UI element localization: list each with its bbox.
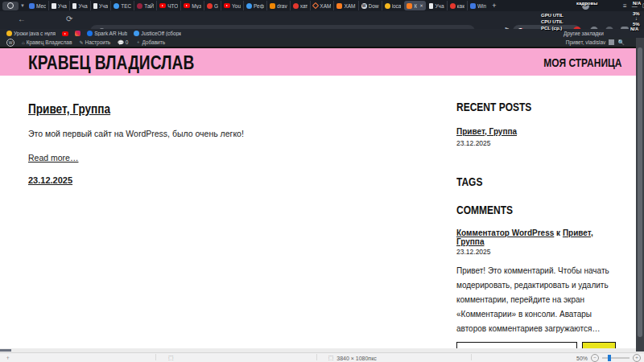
other-bookmarks-button[interactable]: Другие закладки	[564, 31, 604, 36]
comments-heading: COMMENTS	[456, 203, 581, 216]
admin-bar-greeting[interactable]: Привет, vladislav	[566, 39, 606, 45]
comment-author-link[interactable]: Комментатор WordPress	[456, 228, 554, 237]
browser-tab[interactable]: Уча	[90, 1, 111, 10]
browser-tab[interactable]: loca	[382, 1, 404, 10]
screen: ▼ МесУчаУчаУчаТЕСТаЙЧТОМузGYouРефdravхат…	[0, 0, 644, 362]
browser-logo-button[interactable]	[2, 2, 19, 10]
tab-label: Уча	[435, 3, 444, 9]
red-circle-favicon-icon	[293, 3, 299, 9]
bookmark-item[interactable]: Уроки java с нуля	[6, 31, 56, 36]
plus-icon: ＋	[135, 39, 140, 46]
browser-tab[interactable]: хат	[290, 1, 311, 10]
browser-tab[interactable]: Уча	[69, 1, 90, 10]
menu-icon[interactable]: ≡	[623, 2, 627, 10]
tab-strip-tabs: МесУчаУчаУчаТЕСТаЙЧТОМузGYouРефdravхатХА…	[27, 0, 489, 11]
bookmark-item[interactable]	[75, 31, 80, 36]
browser-tab[interactable]: ТаЙ	[134, 1, 156, 10]
bookmark-label: JusticeOff (сборк	[141, 31, 181, 36]
osd-fps-label: кадровы	[576, 1, 597, 6]
browser-tab[interactable]: You	[221, 1, 243, 10]
tab-label: Dow	[369, 3, 379, 9]
osd-fps-value: N/A	[633, 1, 641, 6]
orange-square-favicon-icon	[336, 3, 342, 9]
yellow-circle-favicon-icon	[385, 3, 390, 9]
browser-tab[interactable]: Мес	[27, 1, 48, 10]
tags-heading: TAGS	[456, 175, 581, 188]
tab-label: Муз	[192, 3, 201, 9]
search-icon[interactable]: 🔍	[617, 39, 625, 46]
meta-blue-favicon-icon	[87, 31, 93, 36]
admin-bar-comments[interactable]: 💬 0	[118, 39, 128, 45]
zoom-slider-thumb[interactable]	[608, 355, 611, 361]
blue-circle-favicon-icon	[246, 3, 252, 9]
doc-favicon-icon	[429, 3, 434, 9]
doc-favicon-icon	[93, 3, 98, 9]
tab-list-chevron-icon[interactable]: ▼	[20, 3, 25, 8]
browser-tab[interactable]: drav	[266, 1, 290, 10]
reload-button[interactable]: ⟳	[66, 14, 72, 23]
read-more-link[interactable]: Read more…	[28, 153, 407, 162]
sidebar: RECENT POSTS Привет, Группа 23.12.2025 T…	[456, 100, 613, 336]
browser-tab[interactable]: ТЕС	[110, 1, 134, 10]
tab-close-icon[interactable]: ✕	[419, 3, 423, 8]
back-button[interactable]: ←	[18, 14, 26, 23]
browser-tab[interactable]: Уча	[48, 1, 69, 10]
browser-tab[interactable]: Уча	[427, 1, 447, 10]
tab-strip: ▼ МесУчаУчаУчаТЕСТаЙЧТОМузGYouРефdravхат…	[0, 0, 644, 11]
browser-tab[interactable]: Win	[467, 1, 489, 10]
osd-arrow: ↓	[635, 16, 638, 21]
bookmark-item[interactable]	[62, 31, 68, 36]
browser-tab[interactable]: WDow	[358, 1, 382, 10]
browser-tab[interactable]: G	[204, 1, 221, 10]
browser-tab[interactable]: ЧТО	[156, 1, 180, 10]
vertical-scrollbar[interactable]	[636, 38, 644, 352]
browser-tab[interactable]: ХАМ	[333, 1, 357, 10]
blue-square-favicon-icon	[470, 3, 476, 9]
vertical-scrollbar-thumb[interactable]	[638, 47, 642, 337]
wp-admin-bar: W ⌂ Кравец Владислав ✎ Настроить 💬 0 ＋ Д…	[0, 38, 644, 47]
tab-label: ХАМ	[344, 3, 355, 9]
nav-item-my-page[interactable]: МОЯ СТРАНИЦА	[543, 56, 621, 69]
blue-circle-favicon-icon	[114, 3, 119, 9]
browser-tab[interactable]: К✕	[404, 1, 425, 10]
wordpress-favicon-icon: W	[361, 3, 367, 9]
browser-tab[interactable]: как	[447, 1, 467, 10]
admin-bar-site[interactable]: ⌂ Кравец Владислав	[22, 39, 72, 45]
plus-tool-icon[interactable]: ＋	[5, 354, 10, 362]
recent-post-link[interactable]: Привет, Группа	[456, 127, 517, 136]
tab-label: ТЕС	[121, 3, 131, 9]
tab-label: К	[414, 3, 417, 9]
tab-label: Win	[477, 3, 486, 9]
bookmark-item[interactable]: Spark AR Hub	[87, 31, 127, 36]
osd-cpu-label: CPU UTIL	[541, 19, 564, 24]
bookmark-item[interactable]: JusticeOff (сборк	[134, 31, 181, 36]
maroon-circle-favicon-icon	[137, 3, 142, 9]
youtube-favicon-icon	[62, 31, 68, 36]
webpage: КРАВЕЦ ВЛАДИСЛАВ МОЯ СТРАНИЦА Привет, Гр…	[0, 47, 636, 348]
browser-tab[interactable]: Муз	[180, 1, 204, 10]
divider	[155, 354, 156, 360]
selection-tool-icon[interactable]: ⬚	[168, 355, 174, 361]
browser-tab[interactable]: Реф	[243, 1, 266, 10]
tab-label: Уча	[78, 3, 87, 9]
site-title[interactable]: КРАВЕЦ ВЛАДИСЛАВ	[28, 51, 194, 74]
post-excerpt: Это мой первый сайт на WordPress, было о…	[28, 129, 407, 138]
post-title-link[interactable]: Привет, Группа	[28, 101, 110, 117]
post-date-link[interactable]: 23.12.2025	[28, 175, 407, 185]
bookmark-label: Spark AR Hub	[94, 31, 127, 36]
divider	[471, 354, 472, 360]
orange-grid-favicon-icon	[270, 3, 275, 9]
zoom-out-button[interactable]: −	[591, 354, 599, 362]
browser-tab[interactable]: ХАМ	[310, 1, 333, 10]
zoom-in-button[interactable]: +	[633, 354, 641, 362]
zoom-slider[interactable]	[602, 357, 630, 359]
new-tab-button[interactable]: +	[492, 2, 496, 10]
horizontal-scrollbar-thumb[interactable]	[0, 349, 11, 352]
wordpress-logo-icon[interactable]: W	[6, 39, 14, 47]
recent-posts-heading: RECENT POSTS	[456, 100, 581, 113]
osd-gpu-label: GPU UTIL	[541, 13, 564, 18]
admin-bar-add-new[interactable]: ＋ Добавить	[135, 39, 165, 46]
bookmark-label: Уроки java с нуля	[14, 31, 56, 36]
admin-bar-customize[interactable]: ✎ Настроить	[79, 39, 110, 45]
comment-date: 23.12.2025	[456, 248, 613, 256]
